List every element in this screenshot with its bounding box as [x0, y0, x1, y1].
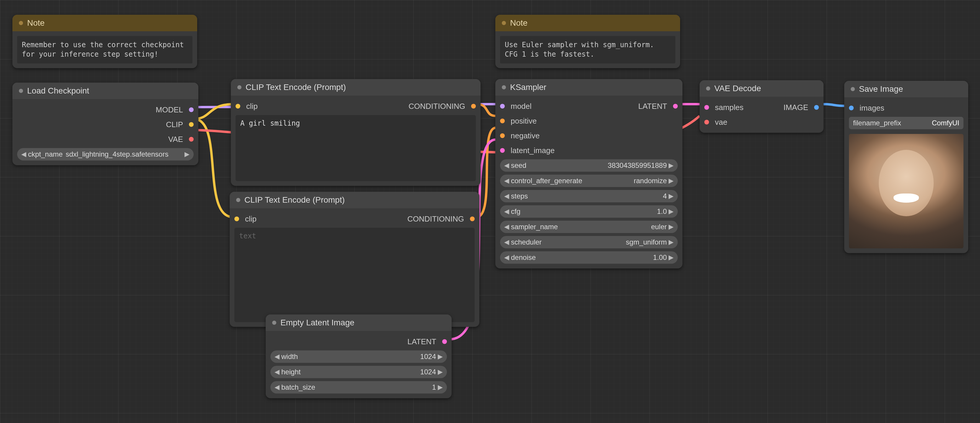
- chevron-left-icon[interactable]: ◀: [504, 223, 509, 231]
- output-row-latent: LATENT: [270, 336, 447, 347]
- clip-output-port[interactable]: [189, 122, 194, 127]
- collapse-dot-icon[interactable]: [502, 85, 506, 89]
- chevron-right-icon[interactable]: ▶: [185, 151, 189, 158]
- chevron-left-icon[interactable]: ◀: [504, 162, 509, 170]
- chevron-right-icon[interactable]: ▶: [668, 192, 674, 200]
- node-title: VAE Decode: [714, 84, 761, 93]
- width-widget[interactable]: ◀ width 1024 ▶: [270, 350, 447, 363]
- images-input-port[interactable]: [849, 106, 854, 110]
- node-header[interactable]: KSampler: [495, 79, 682, 95]
- widget-value: euler: [560, 223, 667, 231]
- chevron-left-icon[interactable]: ◀: [275, 353, 280, 360]
- chevron-left-icon[interactable]: ◀: [275, 383, 280, 391]
- denoise-widget[interactable]: ◀ denoise 1.00 ▶: [500, 251, 678, 264]
- save-image-node[interactable]: Save Image images filename_prefix ComfyU…: [844, 81, 968, 253]
- chevron-left-icon[interactable]: ◀: [504, 192, 509, 200]
- cfg-widget[interactable]: ◀ cfg 1.0 ▶: [500, 205, 678, 218]
- output-image-preview[interactable]: [849, 134, 964, 249]
- note-text[interactable]: Use Euler sampler with sgm_uniform. CFG …: [500, 36, 675, 63]
- node-header[interactable]: Save Image: [844, 81, 968, 97]
- chevron-left-icon[interactable]: ◀: [504, 238, 509, 246]
- chevron-left-icon[interactable]: ◀: [275, 368, 280, 376]
- node-header[interactable]: CLIP Text Encode (Prompt): [231, 79, 480, 95]
- scheduler-widget[interactable]: ◀ scheduler sgm_uniform ▶: [500, 236, 678, 249]
- height-widget[interactable]: ◀ height 1024 ▶: [270, 366, 447, 378]
- ckpt-name-selector[interactable]: ◀ ckpt_name sdxl_lightning_4step.safeten…: [17, 148, 194, 160]
- node-header[interactable]: CLIP Text Encode (Prompt): [230, 192, 479, 208]
- node-header[interactable]: Empty Latent Image: [266, 314, 452, 331]
- chevron-right-icon[interactable]: ▶: [438, 353, 443, 360]
- prompt-text-input[interactable]: text: [234, 228, 475, 322]
- note-node-1[interactable]: Note Remember to use the correct checkpo…: [13, 15, 197, 68]
- conditioning-output-port[interactable]: [471, 104, 476, 109]
- positive-input-port[interactable]: [500, 119, 505, 123]
- chevron-left-icon[interactable]: ◀: [504, 177, 509, 185]
- widget-value: 1.0: [522, 208, 667, 215]
- latent-output-port[interactable]: [673, 104, 678, 109]
- collapse-dot-icon[interactable]: [502, 21, 506, 25]
- vae-decode-node[interactable]: VAE Decode samples IMAGE vae: [700, 80, 824, 133]
- chevron-right-icon[interactable]: ▶: [668, 177, 674, 185]
- collapse-dot-icon[interactable]: [19, 21, 23, 25]
- widget-label: seed: [511, 162, 526, 170]
- node-header[interactable]: VAE Decode: [700, 80, 824, 97]
- batch-size-widget[interactable]: ◀ batch_size 1 ▶: [270, 381, 447, 393]
- widget-label: width: [281, 353, 298, 361]
- steps-widget[interactable]: ◀ steps 4 ▶: [500, 190, 678, 202]
- node-title: Note: [27, 18, 45, 28]
- chevron-left-icon[interactable]: ◀: [504, 208, 509, 215]
- chevron-right-icon[interactable]: ▶: [668, 253, 674, 261]
- image-output-port[interactable]: [814, 105, 819, 110]
- chevron-right-icon[interactable]: ▶: [438, 383, 443, 391]
- clip-text-encode-positive-node[interactable]: CLIP Text Encode (Prompt) clip CONDITION…: [231, 79, 480, 186]
- samples-input-port[interactable]: [704, 105, 709, 110]
- input-label: model: [511, 102, 531, 111]
- clip-input-port[interactable]: [235, 104, 240, 109]
- node-title: CLIP Text Encode (Prompt): [244, 195, 345, 205]
- model-input-port[interactable]: [500, 104, 505, 109]
- seed-widget[interactable]: ◀ seed 383043859951889 ▶: [500, 159, 678, 172]
- control-after-generate-widget[interactable]: ◀ control_after_generate randomize ▶: [500, 174, 678, 187]
- note-node-2[interactable]: Note Use Euler sampler with sgm_uniform.…: [495, 15, 680, 68]
- node-header[interactable]: Note: [13, 15, 197, 31]
- node-title: Load Checkpoint: [27, 86, 89, 95]
- collapse-dot-icon[interactable]: [237, 85, 242, 89]
- sampler-name-widget[interactable]: ◀ sampler_name euler ▶: [500, 221, 678, 233]
- load-checkpoint-node[interactable]: Load Checkpoint MODEL CLIP VAE ◀ ckpt_na…: [13, 82, 198, 165]
- model-output-port[interactable]: [189, 108, 194, 112]
- chevron-left-icon[interactable]: ◀: [504, 253, 509, 261]
- collapse-dot-icon[interactable]: [19, 89, 23, 93]
- chevron-right-icon[interactable]: ▶: [668, 223, 674, 231]
- chevron-left-icon[interactable]: ◀: [21, 151, 26, 158]
- output-label: CONDITIONING: [407, 214, 464, 223]
- collapse-dot-icon[interactable]: [272, 321, 276, 325]
- collapse-dot-icon[interactable]: [851, 87, 855, 91]
- node-header[interactable]: Note: [495, 15, 680, 31]
- input-row-latent: latent_image: [500, 144, 678, 156]
- empty-latent-image-node[interactable]: Empty Latent Image LATENT ◀ width 1024 ▶…: [266, 314, 452, 398]
- clip-text-encode-negative-node[interactable]: CLIP Text Encode (Prompt) clip CONDITION…: [230, 192, 479, 327]
- chevron-right-icon[interactable]: ▶: [668, 208, 674, 215]
- node-graph-canvas[interactable]: Note Remember to use the correct checkpo…: [0, 0, 980, 423]
- widget-label: denoise: [511, 253, 536, 261]
- conditioning-output-port[interactable]: [470, 217, 475, 221]
- clip-input-port[interactable]: [234, 217, 239, 221]
- latent-output-port[interactable]: [442, 339, 447, 344]
- collapse-dot-icon[interactable]: [236, 198, 240, 202]
- filename-prefix-widget[interactable]: filename_prefix ComfyUI: [849, 117, 964, 129]
- output-row-model: MODEL: [17, 104, 194, 116]
- output-label: LATENT: [407, 337, 436, 346]
- latent-image-input-port[interactable]: [500, 148, 505, 153]
- prompt-text-input[interactable]: A girl smiling: [235, 115, 476, 181]
- vae-input-port[interactable]: [704, 120, 709, 125]
- note-text[interactable]: Remember to use the correct checkpoint f…: [17, 36, 192, 63]
- node-header[interactable]: Load Checkpoint: [13, 82, 198, 99]
- collapse-dot-icon[interactable]: [706, 86, 710, 90]
- chevron-right-icon[interactable]: ▶: [668, 238, 674, 246]
- negative-input-port[interactable]: [500, 133, 505, 138]
- chevron-right-icon[interactable]: ▶: [668, 162, 674, 170]
- ksampler-node[interactable]: KSampler model LATENT positive negative …: [495, 79, 682, 268]
- chevron-right-icon[interactable]: ▶: [438, 368, 443, 376]
- input-label: images: [859, 103, 885, 112]
- vae-output-port[interactable]: [189, 137, 194, 142]
